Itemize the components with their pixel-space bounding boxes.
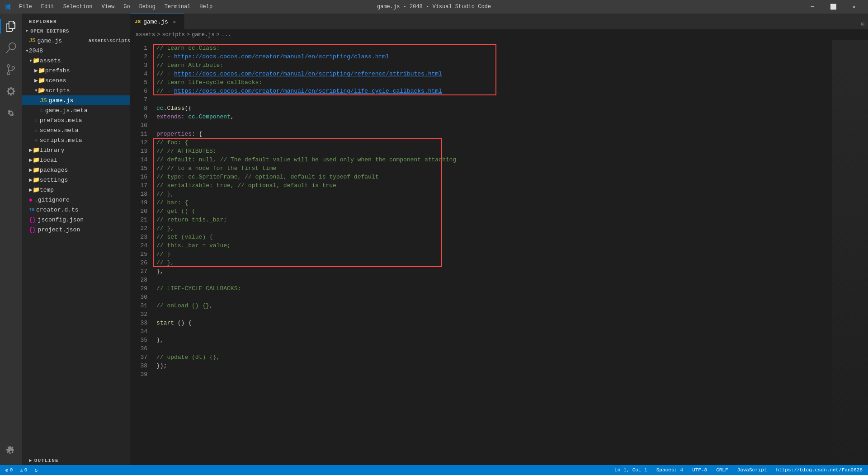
code-line: [153, 344, 832, 353]
status-language[interactable]: JavaScript: [736, 467, 769, 473]
activity-explorer-icon[interactable]: [0, 15, 22, 37]
tree-folder-local[interactable]: ▶ 📁 local: [22, 155, 130, 165]
tree-folder-settings[interactable]: ▶ 📁 settings: [22, 175, 130, 185]
status-encoding[interactable]: UTF-8: [690, 467, 709, 473]
line-number: 24: [130, 241, 147, 250]
open-editor-item-gamejs[interactable]: JS game.js assets\scripts: [22, 36, 130, 46]
tree-folder-scenes[interactable]: ▶ 📁 scenes: [22, 75, 130, 85]
meta-icon: ≡: [34, 117, 38, 124]
status-left: ⊗ 0 ⚠ 0 ↻: [4, 467, 39, 473]
code-line: });: [153, 362, 832, 370]
tree-file-prefabsmeta[interactable]: ≡ prefabs.meta: [22, 115, 130, 125]
breadcrumb-gamejs[interactable]: game.js: [192, 32, 214, 38]
line-number: 38: [130, 362, 147, 370]
tree-file-creatordts[interactable]: TS creator.d.ts: [22, 205, 130, 215]
tree-folder-scripts[interactable]: ▾ 📂 scripts: [22, 85, 130, 95]
spaces-label: Spaces: 4: [656, 467, 683, 473]
tree-file-projectjson[interactable]: {} project.json: [22, 225, 130, 235]
outline-section[interactable]: ▶ OUTLINE: [22, 454, 130, 465]
line-number: 30: [130, 293, 147, 301]
line-number: 4: [130, 70, 147, 78]
titlebar-left: File Edit Selection View Go Debug Termin…: [4, 3, 216, 11]
breadcrumb-ellipsis[interactable]: ...: [222, 32, 231, 38]
activity-source-control-icon[interactable]: [0, 59, 22, 80]
language-label: JavaScript: [737, 467, 767, 473]
tree-label: packages: [40, 167, 68, 174]
menu-debug[interactable]: Debug: [136, 3, 159, 11]
tree-folder-assets[interactable]: ▾ 📁 assets: [22, 56, 130, 66]
minimap: [832, 40, 868, 465]
activity-settings-icon[interactable]: [0, 440, 22, 461]
warning-icon: ⚠: [20, 467, 23, 473]
tree-label: project.json: [38, 226, 80, 233]
open-editors-section[interactable]: ▾ OPEN EDITORS: [22, 26, 130, 36]
status-warnings[interactable]: ⚠ 0: [18, 467, 29, 473]
line-number: 35: [130, 336, 147, 344]
menu-edit[interactable]: Edit: [38, 3, 58, 11]
tree-file-scriptsmeta[interactable]: ≡ scripts.meta: [22, 135, 130, 145]
code-line: // foo: {: [153, 138, 832, 147]
tree-folder-temp[interactable]: ▶ 📁 temp: [22, 185, 130, 195]
tab-gamejs[interactable]: JS game.js ✕: [130, 14, 184, 29]
tree-label: game.js: [49, 97, 74, 104]
tree-label: creator.d.ts: [36, 207, 79, 213]
cursor-position: Ln 1, Col 1: [614, 467, 647, 473]
line-number: 21: [130, 216, 147, 224]
menu-terminal[interactable]: Terminal: [161, 3, 194, 11]
tree-file-gamejsmeta[interactable]: ≡ game.js.meta: [22, 105, 130, 115]
status-sync[interactable]: ↻: [33, 467, 39, 473]
code-line: // LIFE-CYCLE CALLBACKS:: [153, 284, 832, 293]
menu-go[interactable]: Go: [120, 3, 133, 11]
line-number: 9: [130, 113, 147, 121]
activity-debug-icon[interactable]: [0, 80, 22, 102]
breadcrumb-sep2: >: [187, 32, 190, 38]
sidebar: EXPLORER ▾ OPEN EDITORS JS game.js asset…: [22, 14, 130, 465]
tab-close-button[interactable]: ✕: [171, 18, 178, 25]
line-number: 12: [130, 138, 147, 147]
tree-file-jsconfig[interactable]: {} jsconfig.json: [22, 215, 130, 225]
code-line: [153, 95, 832, 104]
tree-file-scenesmeta[interactable]: ≡ scenes.meta: [22, 125, 130, 135]
code-line: // },: [153, 224, 832, 233]
line-number: 10: [130, 121, 147, 130]
chevron-right-icon: ▶: [29, 457, 33, 463]
split-editor-button[interactable]: ⊞: [861, 21, 864, 28]
folder-icon: 📁: [38, 67, 45, 74]
json-icon: {}: [29, 226, 36, 233]
breadcrumb-scripts[interactable]: scripts: [162, 32, 184, 38]
code-content[interactable]: // Learn cc.Class:// - https://docs.coco…: [153, 40, 832, 382]
breadcrumb-sep1: >: [157, 32, 160, 38]
tree-label: scenes: [45, 77, 66, 84]
tree-folder-packages[interactable]: ▶ 📁 packages: [22, 165, 130, 175]
activity-extensions-icon[interactable]: [0, 102, 22, 124]
menu-file[interactable]: File: [15, 3, 36, 11]
activity-search-icon[interactable]: [0, 37, 22, 59]
code-line: // update (dt) {},: [153, 353, 832, 362]
close-button[interactable]: ✕: [844, 0, 864, 14]
line-number: 8: [130, 104, 147, 113]
code-line: cc.Class({: [153, 104, 832, 113]
line-number: 6: [130, 87, 147, 95]
chevron-right-icon: ▶: [29, 166, 33, 174]
minimize-button[interactable]: ─: [802, 0, 823, 14]
status-errors[interactable]: ⊗ 0: [4, 467, 14, 473]
menu-selection[interactable]: Selection: [60, 3, 96, 11]
line-number: 27: [130, 267, 147, 276]
warning-count: 0: [24, 467, 28, 473]
menu-view[interactable]: View: [98, 3, 118, 11]
status-link[interactable]: https://blog.csdn.net/Fan0628: [774, 467, 864, 473]
tree-file-gitignore[interactable]: ◆ .gitignore: [22, 195, 130, 205]
project-root[interactable]: ▾ 2048: [22, 46, 130, 56]
menu-help[interactable]: Help: [196, 3, 216, 11]
line-number: 23: [130, 233, 147, 241]
line-number: 1: [130, 44, 147, 52]
tree-folder-prefabs[interactable]: ▶ 📁 prefabs: [22, 66, 130, 75]
status-eol[interactable]: CRLF: [714, 467, 730, 473]
status-spaces[interactable]: Spaces: 4: [655, 467, 685, 473]
breadcrumb-assets[interactable]: assets: [136, 32, 155, 38]
maximize-button[interactable]: ⬜: [823, 0, 844, 14]
tree-file-gamejs[interactable]: JS game.js: [22, 95, 130, 105]
status-cursor[interactable]: Ln 1, Col 1: [613, 467, 649, 473]
open-editor-filename: game.js: [37, 38, 62, 44]
tree-folder-library[interactable]: ▶ 📁 library: [22, 145, 130, 155]
